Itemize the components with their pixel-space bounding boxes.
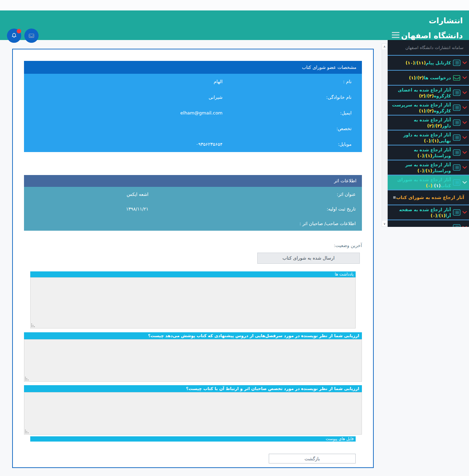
chevron-down-icon bbox=[462, 166, 467, 169]
list-icon bbox=[453, 89, 461, 96]
sidebar-item-label: درخواست ها(۲)/(۱) bbox=[390, 75, 451, 81]
notes-section: یادداشت ها bbox=[30, 271, 356, 328]
sidebar-item-referee[interactable]: آثار ارجاع شده به داور(۳)/(۲) bbox=[388, 116, 469, 130]
top-strip bbox=[0, 0, 469, 10]
sidebar-scrollbar[interactable]: ∧ ∨ bbox=[382, 43, 387, 227]
header-actions bbox=[7, 29, 39, 43]
chevron-down-icon bbox=[462, 211, 467, 214]
sidebar-item-label: آثار ارجاع شده به داور نهایی(۱)/(۰) bbox=[390, 132, 451, 144]
chevron-down-icon bbox=[462, 226, 467, 227]
main-panel: مشخصات عضو شورای کتاب نام : الهام نام خا… bbox=[12, 49, 374, 468]
member-card-body: نام : الهام نام خانوادگی: شیرانی ایمیل: … bbox=[24, 74, 362, 152]
member-lastname-row: نام خانوادگی: شیرانی bbox=[24, 89, 362, 105]
resize-grip-icon[interactable] bbox=[25, 376, 29, 380]
sidebar-item-final-referee[interactable]: آثار ارجاع شده به داور نهایی(۱)/(۰) bbox=[388, 130, 469, 145]
question1-section: ارزیابی شما از نظر نویسنده در مورد سرفصل… bbox=[24, 332, 362, 382]
notifications-button[interactable] bbox=[7, 29, 21, 43]
question2-section: ارزیابی شما از نظر نویسنده در مورد تخصص … bbox=[24, 385, 362, 435]
resize-grip-icon[interactable] bbox=[25, 429, 29, 433]
work-owners-row: اطلاعات صاحب/ صاحبان اثر : bbox=[24, 216, 362, 231]
scroll-up-icon[interactable]: ∧ bbox=[382, 44, 387, 49]
chevron-down-icon bbox=[462, 76, 467, 79]
sidebar-item-message-cartable[interactable]: کارتابل پیام(۱۱)/(۱۰) bbox=[388, 56, 469, 71]
work-card-body: عنوان اثر: اشعه ایکس تاریخ ثبت اولیه: ۱۳… bbox=[24, 187, 362, 231]
sidebar-item-chief-editor[interactable]: آثار ارجاع شده به سر ویراستار(۱)/(۰) bbox=[388, 160, 469, 175]
page: انتشارات دانشگاه اصفهان bbox=[0, 0, 469, 476]
member-card-title: مشخصات عضو شورای کتاب bbox=[24, 61, 362, 74]
work-info-card: اطلاعات اثر عنوان اثر: اشعه ایکس تاریخ ث… bbox=[24, 175, 362, 231]
sidebar-title: سامانه انتشارات دانشگاه اصفهان bbox=[388, 40, 469, 56]
chevron-down-icon bbox=[462, 61, 467, 64]
question1-header: ارزیابی شما از نظر نویسنده در مورد سرفصل… bbox=[24, 332, 362, 339]
work-title-row: عنوان اثر: اشعه ایکس bbox=[24, 187, 362, 201]
inbox-icon bbox=[453, 74, 461, 81]
sidebar-item-label: آثار ارجاع شده به سر ویراستار(۱)/(۰) bbox=[390, 162, 451, 174]
list-icon bbox=[453, 134, 461, 141]
work-date-row: تاریخ ثبت اولیه: ۱۳۹۸/۱۱/۲۱ bbox=[24, 201, 362, 216]
chevron-down-icon bbox=[462, 136, 467, 139]
list-icon bbox=[453, 119, 461, 126]
app-header: انتشارات دانشگاه اصفهان bbox=[0, 10, 469, 40]
sidebar-item-page-layout[interactable]: آثار ارجاع شده به صفحه آرا(۱)/(۰) bbox=[388, 205, 469, 220]
attachments-header: فایل های پیوست bbox=[30, 436, 356, 442]
work-card-title: اطلاعات اثر bbox=[24, 175, 362, 187]
notification-badge bbox=[17, 29, 21, 33]
hamburger-menu-icon[interactable] bbox=[392, 32, 399, 39]
notes-textarea[interactable] bbox=[30, 277, 356, 328]
list-icon bbox=[453, 179, 461, 186]
sidebar-subitem-label: آثار ارجاع شده به شورای کتاب bbox=[396, 195, 464, 200]
member-name-row: نام : الهام bbox=[24, 74, 362, 89]
member-mobile-row: موبایل: ۰۹۳۵۶۲۳۵۶۵۴ bbox=[24, 136, 362, 152]
member-specialty-row: تخصص: bbox=[24, 121, 362, 136]
sidebar: سامانه انتشارات دانشگاه اصفهان کارتابل پ… bbox=[388, 40, 469, 227]
sidebar-item-label: آثار ارجاع شده به اعضای کارگروه(۳)/(۲) bbox=[390, 87, 451, 99]
list-icon bbox=[453, 224, 461, 227]
chevron-down-icon bbox=[462, 151, 467, 154]
sidebar-item-label: آثار ارجاع شده به صفحه آرا(۱)/(۰) bbox=[390, 207, 451, 219]
list-icon bbox=[453, 209, 461, 216]
sidebar-subitem-book-council[interactable]: آثار ارجاع شده به شورای کتاب bbox=[388, 190, 469, 205]
square-bullet-icon bbox=[393, 196, 396, 199]
question2-header: ارزیابی شما از نظر نویسنده در مورد تخصص … bbox=[24, 385, 362, 392]
last-status-label: آخرین وضعیت: bbox=[24, 243, 362, 248]
scroll-down-icon[interactable]: ∨ bbox=[382, 221, 387, 227]
member-email-row: ایمیل: elham@gmail.com bbox=[24, 105, 362, 121]
question1-textarea[interactable] bbox=[24, 339, 362, 382]
sidebar-item-workgroup-members[interactable]: آثار ارجاع شده به اعضای کارگروه(۳)/(۲) bbox=[388, 86, 469, 101]
sidebar-item-label: آثار ارجاع شده به ویراستار(۱)/(۰) bbox=[390, 147, 451, 159]
member-details-card: مشخصات عضو شورای کتاب نام : الهام نام خا… bbox=[24, 61, 362, 152]
messages-button[interactable] bbox=[24, 29, 39, 43]
list-icon bbox=[453, 104, 461, 111]
sidebar-item-label: آثار ارجاع شده به سرپرست کارگروه(۲)/(۱) bbox=[390, 102, 451, 114]
bell-icon bbox=[10, 32, 18, 39]
chevron-down-icon bbox=[462, 106, 467, 109]
last-status-field[interactable]: ارسال شده به شورای کتاب bbox=[257, 253, 360, 264]
sidebar-item-requests[interactable]: درخواست ها(۲)/(۱) bbox=[388, 71, 469, 86]
sidebar-item-book-council[interactable]: آثار ارجاع شده به شورای کتاب(۱)/(۰) bbox=[388, 175, 469, 190]
inbox-icon bbox=[28, 32, 35, 39]
sidebar-item-editor[interactable]: آثار ارجاع شده به ویراستار(۱)/(۰) bbox=[388, 145, 469, 160]
app-title: انتشارات دانشگاه اصفهان bbox=[401, 13, 463, 43]
chevron-down-icon bbox=[462, 91, 467, 94]
resize-grip-icon[interactable] bbox=[31, 323, 35, 327]
list-icon bbox=[453, 60, 461, 66]
sidebar-item-workgroup-supervisor[interactable]: آثار ارجاع شده به سرپرست کارگروه(۲)/(۱) bbox=[388, 101, 469, 116]
chevron-down-icon bbox=[462, 121, 467, 124]
sidebar-item-label: آثار ارجاع شده به شورای کتاب(۱)/(۰) bbox=[390, 177, 451, 189]
chevron-down-icon bbox=[462, 181, 467, 184]
notes-header: یادداشت ها bbox=[30, 271, 356, 277]
question2-textarea[interactable] bbox=[24, 392, 362, 435]
back-button[interactable]: بازگشت bbox=[269, 454, 356, 463]
sidebar-item-label: آثار ارجاع شده به داور(۳)/(۲) bbox=[390, 117, 451, 129]
list-icon bbox=[453, 164, 461, 171]
list-icon bbox=[453, 149, 461, 156]
sidebar-item-label: کارتابل پیام(۱۱)/(۱۰) bbox=[390, 60, 451, 66]
sidebar-item-partial[interactable] bbox=[388, 220, 469, 227]
